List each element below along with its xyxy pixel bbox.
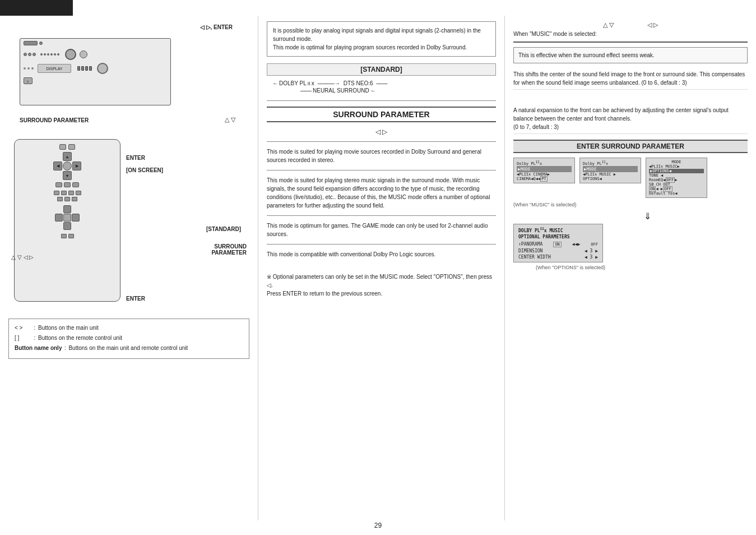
right-arrows-title: △ ▽ ◁ ▷ — [513, 21, 748, 29]
prologic-mode-text: This mode is compatible with conventiona… — [267, 250, 496, 259]
when-options-caption: (When "OPTIONS" is selected) — [536, 265, 748, 270]
legend-row-3: Button name only : Buttons on the main u… — [15, 344, 243, 353]
mid-divider — [267, 100, 496, 101]
when-music-selected: When "MUSIC" mode is selected: — [513, 31, 748, 37]
enter-bottom-label: ENTER — [126, 296, 145, 302]
options-screen-box: DOLBY PLIIx MUSIC OPTIONAL PARAMETERS ↑P… — [513, 224, 603, 262]
header-bar — [0, 0, 73, 16]
device-top-diagram: ◁ ▷, ENTER — [8, 21, 249, 133]
surround-param-label-top: SURROUND PARAMETER — [20, 117, 89, 123]
arrows-symbol-mid: ◁ ▷ — [267, 128, 496, 136]
mid-divider-2 — [267, 141, 496, 142]
legend-sep-1: : — [31, 324, 38, 333]
when-music-caption: (When "MUSIC" is selected) — [513, 202, 748, 207]
effect-text-box: This is effective when the surround effe… — [513, 47, 748, 63]
mid-note-text: It is possible to play analog input sign… — [273, 27, 481, 50]
on-screen-label: [ON SCREEN] — [126, 167, 163, 173]
arrows-up-down-top: △ ▽ — [225, 116, 235, 123]
mid-divider-5 — [267, 244, 496, 245]
legend-key-1: < > — [15, 324, 31, 333]
options-screen-area: DOLBY PLIIx MUSIC OPTIONAL PARAMETERS ↑P… — [513, 224, 748, 262]
middle-column: It is possible to play analog input sign… — [258, 16, 504, 520]
legend-val-2: Buttons on the remote control unit — [38, 334, 243, 343]
page-number: 29 — [374, 522, 382, 529]
game-mode-text: This mode is optimum for games. The GAME… — [267, 222, 496, 238]
arrows-mid: △ ▽ ◁ ▷ — [11, 254, 34, 260]
legend-box: < > : Buttons on the main unit [ ] : But… — [8, 319, 249, 359]
legend-val-3: Buttons on the main unit and remote cont… — [68, 344, 243, 353]
legend-val-1: Buttons on the main unit — [38, 324, 243, 333]
cinema-mode-text: This mode is suited for playing movie so… — [267, 147, 496, 164]
natural-text-block: A natural expansion to the front can be … — [513, 95, 748, 134]
surround-param-label2: SURROUND PARAMETER — [211, 237, 247, 256]
standard-label: [STANDARD] — [206, 226, 241, 232]
enter-top-label: ◁ ▷, ENTER — [200, 24, 233, 30]
legend-key-3: Button name only — [15, 344, 62, 353]
right-divider-1 — [513, 41, 748, 43]
note-asterisk: ※ Optional parameters can only be set in… — [267, 264, 496, 298]
standard-title: [STANDARD] — [267, 63, 496, 76]
enter-label: ENTER — [126, 155, 145, 161]
right-column: △ ▽ ◁ ▷ When "MUSIC" mode is selected: T… — [504, 16, 756, 520]
legend-sep-2: : — [31, 334, 38, 343]
screen-2: Dolby PLIIx ▶MODE ◀PLIIx MUSIC ▶ OPTIONS… — [579, 158, 641, 200]
screen-1: Dolby PLIIx ▶MODE ◀PLIIx CINEMA▶ CINEMA◀… — [513, 158, 575, 200]
page-container: ◁ ▷, ENTER — [0, 0, 756, 535]
legend-row-2: [ ] : Buttons on the remote control unit — [15, 334, 243, 343]
mid-note-box: It is possible to play analog input sign… — [267, 21, 496, 57]
legend-row-1: < > : Buttons on the main unit — [15, 324, 243, 333]
mid-divider-4 — [267, 215, 496, 216]
music-mode-text: This mode is suited for playing stereo m… — [267, 176, 496, 210]
legend-key-2: [ ] — [15, 334, 31, 343]
shifts-text-block: This shifts the center of the sound fiel… — [513, 68, 748, 90]
dolby-diagram: ← DOLBY PL II x ———→ DTS NEO:6 —— —— NEU… — [272, 80, 496, 94]
device-bottom-diagram: ▲ ◀ ▶ ▼ — [8, 139, 249, 313]
screen-diagrams-row: Dolby PLIIx ▶MODE ◀PLIIx CINEMA▶ CINEMA◀… — [513, 158, 748, 200]
mid-divider-3 — [267, 170, 496, 170]
screen-3: MODE ◀PLIIx MUSIC▶ ▶OPTIONS◀ TONE ◀ Room… — [646, 158, 707, 200]
enter-surround-title: ENTER SURROUND PARAMETER — [513, 140, 748, 153]
left-column: ◁ ▷, ENTER — [0, 16, 258, 520]
legend-sep-3: : — [62, 344, 68, 353]
surround-param-title: SURROUND PARAMETER — [267, 107, 496, 122]
arrow-down: ⇓ — [547, 211, 748, 222]
